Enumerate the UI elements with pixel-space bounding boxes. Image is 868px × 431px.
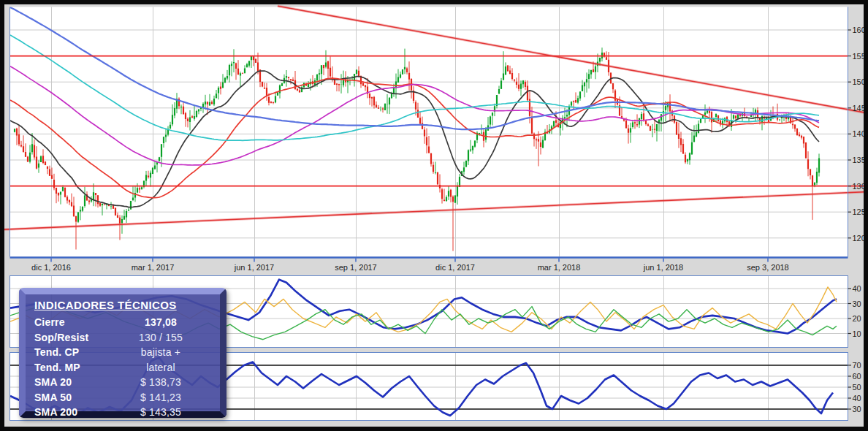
indicator-value: $ 138,73 — [109, 375, 213, 390]
value-label: 70 — [853, 361, 861, 370]
indicator-label: SMA 50 — [34, 390, 109, 405]
indicator-label: Tend. CP — [34, 345, 109, 360]
value-label: 20 — [853, 314, 861, 323]
value-label: 150 — [853, 77, 866, 86]
indicator-value: $ 141,23 — [109, 390, 213, 405]
value-label: 130 — [853, 182, 866, 191]
date-label: dic 1, 2016 — [31, 263, 71, 272]
value-label: 30 — [853, 405, 861, 413]
value-label: 30 — [853, 300, 861, 308]
value-label: 145 — [853, 104, 866, 112]
value-label: 155 — [853, 52, 866, 61]
indicator-row-sop-resist: Sop/Resist 130 / 155 — [34, 330, 213, 346]
indicator-row-tend-mp: Tend. MP lateral — [34, 360, 213, 375]
value-label: 40 — [853, 394, 861, 403]
value-label: 125 — [853, 207, 866, 216]
indicator-value: 137,08 — [109, 315, 213, 330]
date-label: mar 1, 2017 — [132, 263, 175, 272]
indicator-row-sma200: SMA 200 $ 143,35 — [34, 405, 213, 420]
value-label: 140 — [853, 129, 866, 138]
value-label: 10 — [853, 329, 861, 338]
value-label: 160 — [853, 26, 866, 34]
indicator-value: lateral — [109, 360, 213, 375]
value-label: 135 — [853, 156, 866, 164]
indicator-value: $ 143,35 — [109, 405, 213, 420]
plot-background — [10, 7, 848, 257]
date-label: mar 1, 2018 — [538, 263, 581, 272]
value-label: 120 — [853, 234, 866, 243]
indicator-value: bajista + — [109, 345, 213, 360]
stock-technical-chart: dic 1, 2016mar 1, 2017jun 1, 2017sep 1, … — [0, 0, 868, 431]
indicator-row-cierre: Cierre 137,08 — [34, 315, 213, 330]
technical-indicators-content: INDICADORES TÉCNICOS Cierre 137,08 Sop/R… — [26, 294, 220, 420]
date-label: jun 1, 2017 — [234, 263, 274, 272]
date-label: sep 1, 2017 — [335, 263, 377, 272]
date-label: jun 1, 2018 — [643, 263, 683, 272]
indicator-row-tend-cp: Tend. CP bajista + — [34, 345, 213, 360]
indicators-title: INDICADORES TÉCNICOS — [34, 299, 213, 311]
indicator-row-sma20: SMA 20 $ 138,73 — [34, 375, 213, 390]
indicator-value: 130 / 155 — [109, 330, 213, 346]
value-label: 60 — [853, 372, 861, 381]
value-label: 50 — [853, 383, 861, 392]
value-label: 40 — [853, 284, 861, 293]
indicator-label: Cierre — [34, 315, 109, 330]
indicator-label: Sop/Resist — [34, 330, 109, 346]
indicator-label: SMA 20 — [34, 375, 109, 390]
indicator-row-sma50: SMA 50 $ 141,23 — [34, 390, 213, 405]
date-label: dic 1, 2017 — [435, 263, 475, 272]
technical-indicators-box: INDICADORES TÉCNICOS Cierre 137,08 Sop/R… — [19, 288, 226, 418]
date-label: sep 3, 2018 — [747, 263, 789, 272]
indicator-label: SMA 200 — [34, 405, 109, 420]
indicator-label: Tend. MP — [34, 360, 109, 375]
